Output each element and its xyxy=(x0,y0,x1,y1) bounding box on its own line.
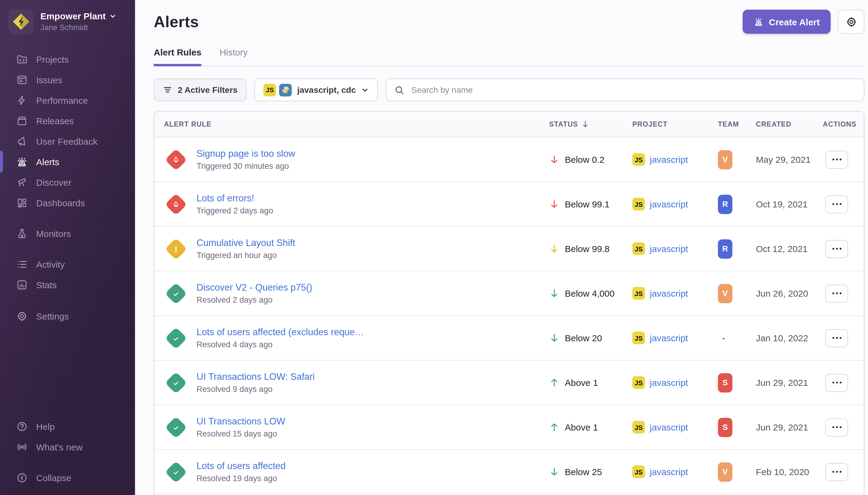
page-header: Alerts Create Alert xyxy=(154,10,864,34)
search-icon xyxy=(395,85,405,95)
issues-stack-icon xyxy=(16,73,28,86)
sidebar-item-monitors[interactable]: Monitors xyxy=(0,223,135,243)
alert-rule-link[interactable]: UI Transactions LOW: Safari xyxy=(196,371,315,382)
org-switcher[interactable]: Empower Plant Jane Schmidt xyxy=(0,0,135,40)
alert-rule-link[interactable]: Cumulative Layout Shift xyxy=(196,238,295,249)
column-header-status[interactable]: STATUS xyxy=(549,120,632,129)
sidebar-item-settings[interactable]: Settings xyxy=(0,306,135,326)
alert-rule-subtext: Resolved 2 days ago xyxy=(196,295,312,305)
row-actions-button[interactable] xyxy=(825,418,848,436)
sidebar-item-help[interactable]: Help xyxy=(0,416,135,437)
alert-rule-link[interactable]: Lots of errors! xyxy=(196,193,273,204)
sidebar-item-stats[interactable]: Stats xyxy=(0,274,135,295)
project-filter-dropdown[interactable]: JS javascript, cdc xyxy=(254,79,378,101)
project-link[interactable]: javascript xyxy=(650,154,688,165)
javascript-platform-icon: JS xyxy=(632,242,645,255)
project-link[interactable]: javascript xyxy=(650,467,688,477)
sidebar-item-user-feedback[interactable]: User Feedback xyxy=(0,131,135,151)
project-link[interactable]: javascript xyxy=(650,333,688,343)
row-actions-button[interactable] xyxy=(825,240,848,258)
dashboard-grid-icon xyxy=(16,197,28,209)
search-box xyxy=(386,79,864,101)
alerts-settings-button[interactable] xyxy=(838,10,864,34)
sidebar-item-discover[interactable]: Discover xyxy=(0,172,135,192)
python-platform-icon xyxy=(279,84,292,96)
alert-rule-subtext: Triggered 30 minutes ago xyxy=(196,161,295,171)
created-date: Feb 10, 2020 xyxy=(756,467,823,477)
sidebar-item-activity[interactable]: Activity xyxy=(0,254,135,274)
javascript-platform-icon: JS xyxy=(632,376,645,389)
arrow-down-icon xyxy=(549,467,559,477)
status-threshold: Below 99.8 xyxy=(565,243,609,254)
project-link[interactable]: javascript xyxy=(650,243,688,254)
flask-icon xyxy=(16,227,28,239)
row-actions-button[interactable] xyxy=(825,150,848,169)
create-alert-button[interactable]: Create Alert xyxy=(742,10,831,34)
org-name: Empower Plant xyxy=(40,11,106,22)
alert-rule-link[interactable]: Signup page is too slow xyxy=(196,148,295,159)
status-threshold: Below 4,000 xyxy=(565,288,614,298)
arrow-up-icon xyxy=(549,377,559,388)
project-link[interactable]: javascript xyxy=(650,288,688,298)
project-link[interactable]: javascript xyxy=(650,199,688,209)
row-actions-button[interactable] xyxy=(825,463,848,481)
sidebar-item-dashboards[interactable]: Dashboards xyxy=(0,192,135,213)
column-header-project: PROJECT xyxy=(632,121,718,128)
sidebar-item-collapse[interactable]: Collapse xyxy=(0,467,135,488)
search-input[interactable] xyxy=(410,84,856,95)
status-threshold: Below 25 xyxy=(565,467,602,477)
status-threshold: Below 0.2 xyxy=(565,154,605,165)
critical-fire-icon xyxy=(165,193,187,215)
created-date: Jun 29, 2021 xyxy=(756,422,823,432)
sentry-app: Empower Plant Jane Schmidt Projects Issu… xyxy=(0,0,868,495)
row-actions-button[interactable] xyxy=(825,195,848,213)
gear-icon xyxy=(845,16,857,28)
created-date: May 29, 2021 xyxy=(756,154,823,165)
created-date: Oct 12, 2021 xyxy=(756,243,823,254)
team-badge: S xyxy=(718,417,732,437)
list-icon xyxy=(16,258,28,270)
alert-rule-link[interactable]: UI Transactions LOW xyxy=(196,416,285,427)
sidebar-item-issues[interactable]: Issues xyxy=(0,69,135,90)
column-header-team: TEAM xyxy=(718,121,756,128)
table-row: Lots of users affected (excludes reque… … xyxy=(154,316,864,361)
alert-rule-link[interactable]: Lots of users affected xyxy=(196,461,286,472)
row-actions-button[interactable] xyxy=(825,284,848,302)
created-date: Jun 26, 2020 xyxy=(756,288,823,298)
sidebar-item-projects[interactable]: Projects xyxy=(0,49,135,69)
sidebar-item-releases[interactable]: Releases xyxy=(0,110,135,131)
warning-icon: ! xyxy=(165,238,187,260)
arrow-down-icon xyxy=(549,288,559,298)
sidebar-item-performance[interactable]: Performance xyxy=(0,90,135,110)
bar-chart-icon xyxy=(16,278,28,291)
alert-rule-link[interactable]: Lots of users affected (excludes reque… xyxy=(196,327,364,338)
javascript-platform-icon: JS xyxy=(632,421,645,433)
project-link[interactable]: javascript xyxy=(650,422,688,432)
row-actions-button[interactable] xyxy=(825,374,848,392)
filter-bar: 2 Active Filters JS javascript, cdc xyxy=(154,79,864,101)
javascript-platform-icon: JS xyxy=(632,465,645,478)
user-name: Jane Schmidt xyxy=(40,23,117,33)
table-row: Discover V2 - Queries p75() Resolved 2 d… xyxy=(154,271,864,316)
status-threshold: Above 1 xyxy=(565,377,598,388)
javascript-platform-icon: JS xyxy=(263,84,276,96)
row-actions-button[interactable] xyxy=(825,329,848,347)
megaphone-icon xyxy=(16,135,28,147)
sidebar-item-alerts[interactable]: Alerts xyxy=(0,151,135,172)
sidebar-item-whats-new[interactable]: What's new xyxy=(0,437,135,457)
gear-icon xyxy=(16,310,28,322)
column-header-actions: ACTIONS xyxy=(823,121,864,128)
sidebar-nav: Projects Issues Performance Releases Use… xyxy=(0,49,135,326)
filter-icon xyxy=(163,85,172,95)
alert-rule-link[interactable]: Discover V2 - Queries p75() xyxy=(196,282,312,293)
resolved-check-icon xyxy=(165,416,187,438)
tab-alert-rules[interactable]: Alert Rules xyxy=(154,47,201,66)
active-filters-button[interactable]: 2 Active Filters xyxy=(154,79,246,101)
project-link[interactable]: javascript xyxy=(650,377,688,388)
column-header-created: CREATED xyxy=(756,121,823,128)
status-threshold: Above 1 xyxy=(565,422,598,432)
main-content: Alerts Create Alert Alert Rules History … xyxy=(135,0,868,495)
resolved-check-icon xyxy=(165,461,187,483)
tab-history[interactable]: History xyxy=(220,47,247,66)
team-badge: V xyxy=(718,150,732,169)
